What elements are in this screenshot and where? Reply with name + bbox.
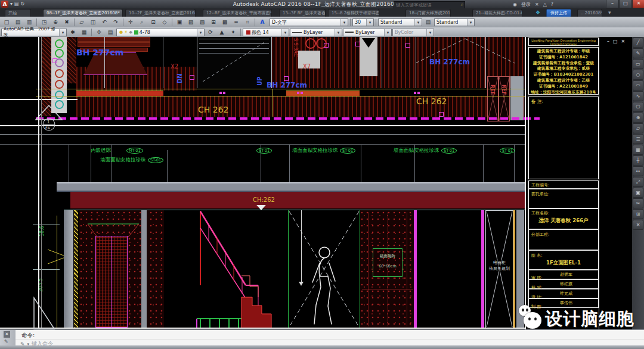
qcalc-icon[interactable]: ≡ [231, 17, 242, 27]
chevron-down-icon[interactable]: ▾ [281, 29, 289, 36]
close-button[interactable]: ✕ [632, 0, 644, 8]
layer-thaw-icon[interactable]: ☀ [124, 30, 128, 35]
circle-icon[interactable]: ○ [633, 70, 643, 80]
save-icon[interactable]: ▥ [24, 17, 35, 27]
help-icon[interactable]: ? [551, 2, 553, 7]
user-icon[interactable]: ◉ [513, 2, 517, 7]
chevron-down-icon[interactable]: ▾ [59, 29, 66, 36]
layer-on-icon[interactable]: ● [119, 30, 123, 35]
apps-icon[interactable]: △ [543, 2, 547, 7]
table-style-combo[interactable]: Standard ▾ [434, 18, 475, 26]
open-icon[interactable]: ▤ [13, 17, 23, 27]
layer-match-icon[interactable]: ▤ [105, 27, 116, 37]
color-combo[interactable]: 颜色 14 ▾ [243, 29, 289, 36]
pan-icon[interactable]: ✛ [125, 17, 136, 27]
layer-lock-icon[interactable]: ◆ [129, 30, 132, 35]
zoom-window-icon[interactable]: ⊡ [148, 17, 159, 27]
publish-icon[interactable]: ✖ [61, 17, 72, 27]
layer-isolate-icon[interactable]: ▲ [216, 27, 227, 37]
command-customize-icon[interactable]: ✎ [4, 339, 8, 344]
hatch2-icon[interactable]: ▦ [633, 145, 643, 155]
workspace-settings-icon[interactable]: ✱ [67, 27, 78, 37]
text-style-icon[interactable]: A [257, 17, 268, 27]
a360-icon[interactable]: ❖ [535, 10, 540, 15]
designcenter-icon[interactable]: ▨ [185, 17, 196, 27]
tab-drawing-12[interactable]: 12--RF_远洋天著春秋_平面布置图* [203, 9, 272, 17]
doc-minimize-icon[interactable]: – [607, 39, 613, 44]
layer-combo[interactable]: ● ☀ ◆ 4-78 ▾ [116, 29, 205, 36]
move-icon[interactable]: ┼ [633, 155, 643, 166]
plot-preview-icon[interactable]: ⊕ [50, 17, 61, 27]
new-icon[interactable]: □ [1, 17, 12, 27]
tab-drawing-08[interactable]: 08--1F_远洋天著春秋_立面图201608* [43, 9, 123, 17]
search-input[interactable] [394, 2, 461, 8]
trim-icon[interactable]: ✂ [633, 198, 643, 208]
chevron-down-icon[interactable]: ▾ [467, 19, 474, 26]
minimize-button[interactable]: – [606, 0, 619, 8]
tab-drawing-15[interactable]: 15--8.2楼梯扶手细部详图201608* [328, 9, 379, 17]
restore-button[interactable]: □ [619, 0, 632, 8]
spline-icon[interactable]: ∿ [633, 91, 643, 101]
polygon-icon[interactable]: ⬠ [633, 102, 643, 112]
line-icon[interactable]: ╱ [633, 38, 643, 48]
doc-close-icon[interactable]: ✕ [621, 39, 629, 44]
stretch-icon[interactable]: ↔ [633, 166, 643, 176]
workspace-combo[interactable]: AutoCAD 经典.. 2007 修改 ▾ [1, 29, 67, 36]
table-icon[interactable]: ☰ [633, 134, 643, 144]
redo-icon[interactable]: ↷ [110, 17, 121, 27]
erase-icon[interactable]: ✕ [633, 220, 643, 230]
copy-icon[interactable]: ◫ [88, 17, 98, 27]
properties-icon[interactable]: ▣ [174, 17, 185, 27]
lineweight-combo[interactable]: ByLayer ▾ [343, 29, 392, 36]
workspace-save-icon[interactable]: ▦ [79, 27, 89, 37]
layer-properties-icon[interactable]: ✢ [94, 27, 104, 37]
zoom-icon[interactable]: ⌕ [137, 17, 147, 27]
undo-icon[interactable]: ↶ [99, 17, 110, 27]
tab-drawing-partial[interactable]: ...201608* [577, 9, 602, 17]
help-search-box[interactable]: ⌕ [394, 1, 465, 9]
tab-overflow-icon[interactable]: ▾ [608, 10, 611, 15]
markup-icon[interactable]: ▩ [219, 17, 230, 27]
tab-start[interactable]: 开始 [5, 9, 31, 17]
signin-label[interactable]: 登录 [521, 1, 531, 8]
linetype-combo[interactable]: ByLayer ▾ [290, 29, 342, 36]
doc-restore-icon[interactable]: □ [613, 39, 621, 44]
tab-drawing-10[interactable]: 10--2F_远洋天著春秋_立面图201608* [125, 9, 196, 17]
chevron-down-icon[interactable]: ▾ [366, 19, 373, 26]
arc-icon[interactable]: ◠ [633, 80, 643, 91]
tab-drawing-18[interactable]: 18--门窗大样系统201608* [405, 9, 451, 17]
exchange-icon[interactable]: ✕ [535, 2, 539, 7]
tab-drawing-13[interactable]: 13--3F RF_远洋天著春秋_平面布置图* [279, 9, 326, 17]
cut-icon[interactable]: ▱ [76, 17, 87, 27]
array-icon[interactable]: ▣ [633, 188, 643, 198]
table-style-icon[interactable]: ▤ [423, 17, 434, 27]
text-height-combo[interactable]: 30 ▾ [352, 18, 374, 26]
layer-previous-icon[interactable]: ⟳ [205, 27, 216, 37]
tab-drawing-21[interactable]: 21--精装大样图-CD-01-05* [472, 9, 522, 17]
region-icon[interactable]: ▱ [633, 123, 643, 133]
ref-label: REF [501, 85, 506, 95]
hatch-icon[interactable]: ⌗ [242, 17, 253, 27]
point-icon[interactable]: ⊕ [633, 113, 643, 123]
zoom-previous-icon[interactable]: ◇ [159, 17, 170, 27]
toolpalettes-icon[interactable]: ▧ [197, 17, 208, 27]
rectangle-icon[interactable]: ▭ [633, 59, 643, 69]
dim-style-combo[interactable]: Standard ▾ [378, 18, 422, 26]
upload-button[interactable]: 保持上传 [546, 9, 571, 17]
finish-tag: ST-01 [256, 148, 272, 154]
plot-icon[interactable]: ◳ [39, 17, 49, 27]
sheetset-icon[interactable]: ⊞ [208, 17, 219, 27]
drawing-canvas[interactable]: REF REF [0, 37, 644, 329]
join-icon[interactable]: ⊞ [633, 209, 643, 219]
chevron-down-icon[interactable]: ▾ [340, 19, 348, 26]
chevron-down-icon[interactable]: ▾ [335, 29, 342, 36]
chevron-down-icon[interactable]: ▾ [384, 29, 391, 36]
text-style-combo[interactable]: D-文字 ▾ [270, 18, 348, 26]
chevron-down-icon[interactable]: ▾ [414, 19, 422, 26]
command-close-icon[interactable]: ✕ [4, 331, 10, 338]
chevron-down-icon[interactable]: ▾ [197, 29, 204, 36]
pline-icon[interactable]: ✎ [633, 48, 643, 58]
scale-icon[interactable]: ⤢ [633, 177, 643, 187]
search-icon[interactable]: ⌕ [461, 2, 465, 8]
layer-states-icon[interactable]: ✦ [228, 27, 239, 37]
